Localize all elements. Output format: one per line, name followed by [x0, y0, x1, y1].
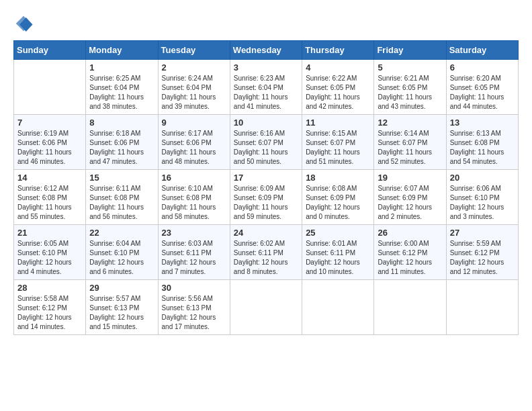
day-info: Sunrise: 6:18 AM Sunset: 6:06 PM Dayligh…: [89, 129, 154, 167]
day-info: Sunrise: 6:13 AM Sunset: 6:08 PM Dayligh…: [450, 129, 515, 167]
calendar-cell: [302, 280, 374, 335]
calendar-cell: 23Sunrise: 6:03 AM Sunset: 6:11 PM Dayli…: [158, 225, 230, 280]
calendar-cell: 30Sunrise: 5:56 AM Sunset: 6:13 PM Dayli…: [158, 280, 230, 335]
calendar-cell: 3Sunrise: 6:23 AM Sunset: 6:04 PM Daylig…: [230, 60, 302, 115]
day-info: Sunrise: 5:56 AM Sunset: 6:13 PM Dayligh…: [162, 294, 226, 332]
logo-icon: [13, 13, 34, 34]
calendar-cell: 18Sunrise: 6:08 AM Sunset: 6:09 PM Dayli…: [302, 170, 374, 225]
calendar-cell: 12Sunrise: 6:14 AM Sunset: 6:07 PM Dayli…: [374, 115, 446, 170]
day-info: Sunrise: 6:08 AM Sunset: 6:09 PM Dayligh…: [306, 184, 370, 222]
weekday-header: Saturday: [446, 41, 518, 60]
day-info: Sunrise: 6:04 AM Sunset: 6:10 PM Dayligh…: [89, 239, 154, 277]
calendar-cell: [374, 280, 446, 335]
calendar-cell: 28Sunrise: 5:58 AM Sunset: 6:12 PM Dayli…: [14, 280, 86, 335]
calendar-cell: [230, 280, 302, 335]
calendar-cell: 29Sunrise: 5:57 AM Sunset: 6:13 PM Dayli…: [86, 280, 158, 335]
calendar-cell: 19Sunrise: 6:07 AM Sunset: 6:09 PM Dayli…: [374, 170, 446, 225]
day-number: 21: [17, 228, 82, 238]
calendar-cell: 20Sunrise: 6:06 AM Sunset: 6:10 PM Dayli…: [446, 170, 518, 225]
calendar-cell: 1Sunrise: 6:25 AM Sunset: 6:04 PM Daylig…: [86, 60, 158, 115]
calendar-cell: 15Sunrise: 6:11 AM Sunset: 6:08 PM Dayli…: [86, 170, 158, 225]
day-info: Sunrise: 6:23 AM Sunset: 6:04 PM Dayligh…: [234, 74, 298, 111]
weekday-header: Sunday: [14, 41, 86, 60]
calendar-cell: [14, 60, 86, 115]
day-info: Sunrise: 6:24 AM Sunset: 6:04 PM Dayligh…: [162, 74, 226, 111]
day-info: Sunrise: 6:21 AM Sunset: 6:05 PM Dayligh…: [378, 74, 442, 111]
day-info: Sunrise: 6:06 AM Sunset: 6:10 PM Dayligh…: [450, 184, 515, 222]
day-number: 15: [89, 173, 154, 183]
day-number: 11: [306, 118, 370, 128]
calendar-cell: 9Sunrise: 6:17 AM Sunset: 6:06 PM Daylig…: [158, 115, 230, 170]
day-number: 5: [378, 62, 442, 73]
calendar-cell: 14Sunrise: 6:12 AM Sunset: 6:08 PM Dayli…: [14, 170, 86, 225]
day-number: 4: [306, 62, 370, 73]
day-info: Sunrise: 6:12 AM Sunset: 6:08 PM Dayligh…: [17, 184, 82, 222]
calendar-cell: 27Sunrise: 5:59 AM Sunset: 6:12 PM Dayli…: [446, 225, 518, 280]
day-number: 28: [17, 283, 82, 293]
day-number: 17: [234, 173, 298, 183]
calendar-cell: 25Sunrise: 6:01 AM Sunset: 6:11 PM Dayli…: [302, 225, 374, 280]
calendar-cell: 8Sunrise: 6:18 AM Sunset: 6:06 PM Daylig…: [86, 115, 158, 170]
day-info: Sunrise: 5:58 AM Sunset: 6:12 PM Dayligh…: [17, 294, 82, 332]
day-info: Sunrise: 6:11 AM Sunset: 6:08 PM Dayligh…: [89, 184, 154, 222]
weekday-header: Thursday: [302, 41, 374, 60]
calendar-header-row: SundayMondayTuesdayWednesdayThursdayFrid…: [14, 41, 519, 60]
calendar-cell: 5Sunrise: 6:21 AM Sunset: 6:05 PM Daylig…: [374, 60, 446, 115]
day-info: Sunrise: 6:22 AM Sunset: 6:05 PM Dayligh…: [306, 74, 370, 111]
calendar-cell: 4Sunrise: 6:22 AM Sunset: 6:05 PM Daylig…: [302, 60, 374, 115]
day-number: 13: [450, 118, 515, 128]
day-number: 14: [17, 173, 82, 183]
day-info: Sunrise: 6:19 AM Sunset: 6:06 PM Dayligh…: [17, 129, 82, 167]
day-info: Sunrise: 6:03 AM Sunset: 6:11 PM Dayligh…: [162, 239, 226, 277]
day-info: Sunrise: 6:20 AM Sunset: 6:05 PM Dayligh…: [450, 74, 515, 111]
day-number: 6: [450, 62, 515, 73]
day-number: 29: [89, 283, 154, 293]
day-number: 1: [89, 62, 154, 73]
day-info: Sunrise: 6:14 AM Sunset: 6:07 PM Dayligh…: [378, 129, 442, 167]
calendar-cell: 2Sunrise: 6:24 AM Sunset: 6:04 PM Daylig…: [158, 60, 230, 115]
calendar-cell: 26Sunrise: 6:00 AM Sunset: 6:12 PM Dayli…: [374, 225, 446, 280]
day-number: 22: [89, 228, 154, 238]
day-number: 19: [378, 173, 442, 183]
day-number: 18: [306, 173, 370, 183]
calendar-week-row: 14Sunrise: 6:12 AM Sunset: 6:08 PM Dayli…: [14, 170, 519, 225]
day-number: 7: [17, 118, 82, 128]
weekday-header: Tuesday: [158, 41, 230, 60]
calendar-cell: [446, 280, 518, 335]
day-info: Sunrise: 6:09 AM Sunset: 6:09 PM Dayligh…: [234, 184, 298, 222]
day-number: 27: [450, 228, 515, 238]
weekday-header: Wednesday: [230, 41, 302, 60]
day-number: 30: [162, 283, 226, 293]
calendar-cell: 24Sunrise: 6:02 AM Sunset: 6:11 PM Dayli…: [230, 225, 302, 280]
calendar-cell: 11Sunrise: 6:15 AM Sunset: 6:07 PM Dayli…: [302, 115, 374, 170]
day-info: Sunrise: 6:05 AM Sunset: 6:10 PM Dayligh…: [17, 239, 82, 277]
day-number: 26: [378, 228, 442, 238]
calendar-cell: 21Sunrise: 6:05 AM Sunset: 6:10 PM Dayli…: [14, 225, 86, 280]
weekday-header: Friday: [374, 41, 446, 60]
day-number: 8: [89, 118, 154, 128]
calendar-week-row: 7Sunrise: 6:19 AM Sunset: 6:06 PM Daylig…: [14, 115, 519, 170]
day-info: Sunrise: 6:10 AM Sunset: 6:08 PM Dayligh…: [162, 184, 226, 222]
day-number: 25: [306, 228, 370, 238]
calendar-cell: 16Sunrise: 6:10 AM Sunset: 6:08 PM Dayli…: [158, 170, 230, 225]
day-info: Sunrise: 6:25 AM Sunset: 6:04 PM Dayligh…: [89, 74, 154, 111]
day-info: Sunrise: 6:07 AM Sunset: 6:09 PM Dayligh…: [378, 184, 442, 222]
weekday-header: Monday: [86, 41, 158, 60]
day-number: 2: [162, 62, 226, 73]
calendar-cell: 17Sunrise: 6:09 AM Sunset: 6:09 PM Dayli…: [230, 170, 302, 225]
logo: [13, 13, 36, 34]
calendar-cell: 22Sunrise: 6:04 AM Sunset: 6:10 PM Dayli…: [86, 225, 158, 280]
calendar-cell: 6Sunrise: 6:20 AM Sunset: 6:05 PM Daylig…: [446, 60, 518, 115]
day-info: Sunrise: 5:59 AM Sunset: 6:12 PM Dayligh…: [450, 239, 515, 277]
calendar-week-row: 21Sunrise: 6:05 AM Sunset: 6:10 PM Dayli…: [14, 225, 519, 280]
day-number: 16: [162, 173, 226, 183]
day-info: Sunrise: 6:16 AM Sunset: 6:07 PM Dayligh…: [234, 129, 298, 167]
calendar-table: SundayMondayTuesdayWednesdayThursdayFrid…: [13, 40, 519, 335]
calendar-week-row: 28Sunrise: 5:58 AM Sunset: 6:12 PM Dayli…: [14, 280, 519, 335]
calendar-cell: 7Sunrise: 6:19 AM Sunset: 6:06 PM Daylig…: [14, 115, 86, 170]
day-info: Sunrise: 6:01 AM Sunset: 6:11 PM Dayligh…: [306, 239, 370, 277]
calendar-cell: 10Sunrise: 6:16 AM Sunset: 6:07 PM Dayli…: [230, 115, 302, 170]
calendar-week-row: 1Sunrise: 6:25 AM Sunset: 6:04 PM Daylig…: [14, 60, 519, 115]
day-number: 12: [378, 118, 442, 128]
day-info: Sunrise: 6:02 AM Sunset: 6:11 PM Dayligh…: [234, 239, 298, 277]
